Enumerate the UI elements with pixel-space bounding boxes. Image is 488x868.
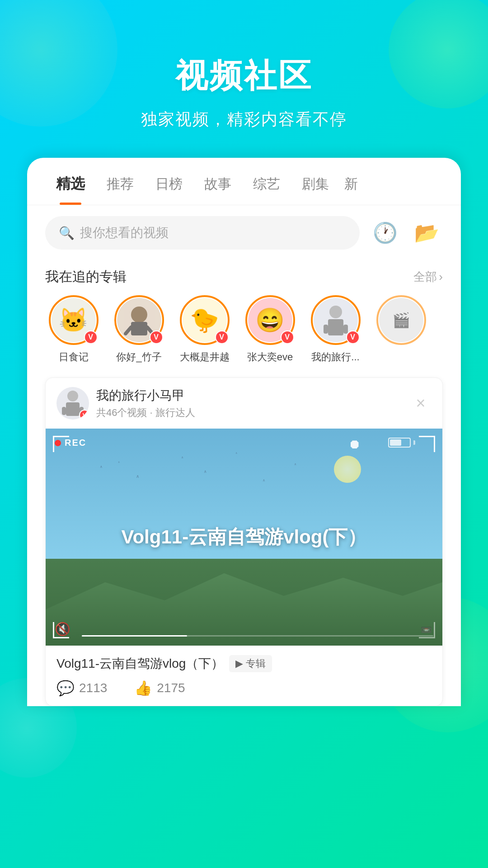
video-title-overlay: Volg11-云南自驾游vlog(下） [122, 524, 367, 550]
page-subtitle: 独家视频，精彩内容看不停 [0, 108, 488, 131]
featured-header: V 我的旅行小马甲 共46个视频 · 旅行达人 × [46, 378, 442, 429]
channel-meta: 共46个视频 · 旅行达人 [96, 406, 410, 420]
history-button[interactable]: 🕐 [369, 217, 401, 249]
video-footer-title-row: Volg11-云南自驾游vlog（下） ▶ 专辑 [56, 655, 432, 672]
avatar-label: 日食记 [59, 350, 89, 364]
svg-rect-1 [131, 322, 147, 335]
channel-v-badge: V [79, 410, 89, 420]
svg-point-0 [131, 307, 147, 323]
sun-decoration [334, 456, 361, 483]
likes-count: 2175 [157, 681, 185, 695]
svg-rect-6 [324, 325, 328, 334]
svg-line-2 [126, 327, 131, 334]
mountain-background [46, 555, 442, 646]
avatar-item-zhangdayi[interactable]: 😄 V 张大奕eve [237, 295, 303, 364]
following-avatar-row: 🐱 V 日食记 V 你好_竹子 [27, 295, 461, 377]
avatar-ring: V [114, 295, 164, 345]
comments-count: 2113 [79, 681, 107, 695]
header: 视频社区 独家视频，精彩内容看不停 [0, 0, 488, 158]
bird-1: ∧ [100, 465, 103, 469]
svg-point-8 [67, 391, 78, 401]
bird-7: ∧ [263, 478, 265, 482]
cassette-icon: 📼 [419, 622, 435, 638]
avatar-label: 你好_竹子 [116, 350, 161, 364]
album-label: 专辑 [246, 657, 266, 670]
tab-gushi[interactable]: 故事 [193, 175, 242, 204]
bird-2: ∧ [118, 460, 120, 463]
likes-stat: 👍 2175 [134, 679, 185, 697]
avatar-image: 🎬 [379, 298, 423, 342]
avatar-label: 我的旅行... [311, 350, 359, 364]
avatar-ring: 😄 V [245, 295, 295, 345]
featured-card: V 我的旅行小马甲 共46个视频 · 旅行达人 × ∧ ∧ ∧ ∧ ∧ ∧ ∧ … [45, 377, 443, 706]
battery-indicator [388, 438, 415, 448]
v-badge: V [281, 330, 294, 344]
avatar-ring: 🐤 V [180, 295, 230, 345]
search-icon: 🔍 [59, 226, 75, 241]
video-progress-bar[interactable] [82, 635, 433, 637]
svg-rect-5 [328, 319, 343, 335]
tab-juji[interactable]: 剧集 [291, 175, 340, 204]
video-stats-row: 💬 2113 👍 2175 [56, 679, 432, 697]
svg-rect-9 [66, 402, 80, 416]
record-icon: ⏺ [348, 437, 361, 452]
v-badge: V [215, 330, 229, 344]
history-icon: 🕐 [373, 221, 398, 245]
search-placeholder-text: 搜你想看的视频 [80, 224, 169, 241]
tab-ribang[interactable]: 日榜 [145, 175, 193, 204]
more-label: 全部 [413, 269, 437, 285]
avatar-ring: 🐱 V [49, 295, 99, 345]
tab-new[interactable]: 新 [340, 175, 362, 204]
avatar-item-jingyue[interactable]: 🐤 V 大概是井越 [172, 295, 237, 364]
corner-bracket-tl [53, 436, 69, 452]
svg-rect-10 [62, 407, 66, 415]
following-section-header: 我在追的专辑 全部 › [27, 260, 461, 295]
like-icon: 👍 [134, 679, 152, 697]
folder-button[interactable]: 📂 [410, 217, 443, 249]
main-card: 精选 推荐 日榜 故事 综艺 剧集 新 🔍 搜你想看的视频 🕐 📂 我在追的专辑… [27, 158, 461, 706]
video-progress-fill [82, 635, 187, 637]
avatar-item-partial[interactable]: 🎬 [368, 295, 434, 345]
avatar-item-lvxing[interactable]: V 我的旅行... [303, 295, 368, 364]
battery-bar [388, 438, 411, 448]
following-more-button[interactable]: 全部 › [413, 269, 443, 285]
mute-icon[interactable]: 🔇 [55, 622, 70, 637]
folder-icon: 📂 [414, 221, 439, 245]
following-title: 我在追的专辑 [45, 268, 127, 286]
comment-icon: 💬 [56, 679, 75, 697]
chevron-right-icon: › [439, 270, 443, 284]
bird-8: ∧ [294, 462, 296, 466]
v-badge: V [150, 330, 163, 344]
album-tag[interactable]: ▶ 专辑 [229, 655, 272, 672]
video-footer: Volg11-云南自驾游vlog（下） ▶ 专辑 💬 2113 👍 2175 [46, 646, 442, 706]
battery-fill [390, 439, 401, 446]
corner-bracket-tr [419, 436, 435, 452]
tab-bar: 精选 推荐 日榜 故事 综艺 剧集 新 [27, 158, 461, 205]
avatar-ring: V [311, 295, 361, 345]
svg-point-4 [329, 306, 342, 318]
v-badge: V [84, 330, 98, 344]
comments-stat: 💬 2113 [56, 679, 107, 697]
tab-zongyi[interactable]: 综艺 [242, 175, 291, 204]
close-button[interactable]: × [410, 392, 432, 414]
video-title-text: Volg11-云南自驾游vlog（下） [56, 655, 224, 672]
channel-info: 我的旅行小马甲 共46个视频 · 旅行达人 [96, 387, 410, 420]
channel-name: 我的旅行小马甲 [96, 387, 410, 404]
avatar-ring: 🎬 [376, 295, 426, 345]
avatar-item-zhuzhu[interactable]: V 你好_竹子 [106, 295, 172, 364]
video-thumbnail[interactable]: ∧ ∧ ∧ ∧ ∧ ∧ ∧ ∧ REC [46, 429, 442, 646]
battery-tip [413, 440, 415, 445]
search-area: 🔍 搜你想看的视频 🕐 📂 [27, 205, 461, 260]
avatar-item-rishiji[interactable]: 🐱 V 日食记 [41, 295, 106, 364]
bird-4: ∧ [181, 456, 183, 459]
search-box[interactable]: 🔍 搜你想看的视频 [45, 216, 360, 250]
avatar-label: 张大奕eve [247, 350, 293, 364]
bird-5: ∧ [204, 469, 207, 474]
page-title: 视频社区 [0, 54, 488, 98]
svg-rect-7 [343, 325, 348, 334]
avatar-label: 大概是井越 [180, 350, 230, 364]
tab-tuijian[interactable]: 推荐 [96, 175, 145, 204]
tab-jingxuan[interactable]: 精选 [45, 174, 96, 205]
bird-3: ∧ [136, 474, 139, 479]
channel-avatar: V [56, 387, 89, 420]
